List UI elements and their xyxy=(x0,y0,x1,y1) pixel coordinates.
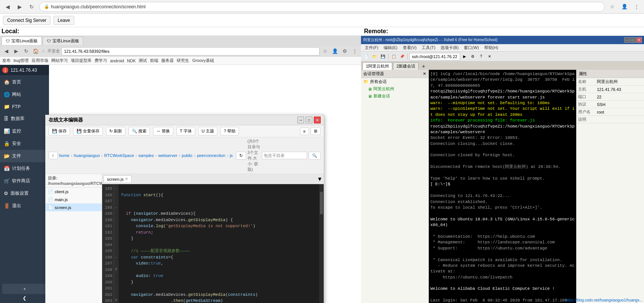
xshell-copy-btn[interactable]: 📋 xyxy=(390,53,398,60)
breadcrumb-public[interactable]: public xyxy=(182,153,193,158)
session-aliyun[interactable]: 🖥 阿里云杭州 xyxy=(361,85,428,92)
xshell-open-btn[interactable]: 📁 xyxy=(371,53,378,60)
menu-button[interactable]: ⋮ xyxy=(632,2,641,11)
baota-profile-btn[interactable]: 👤 xyxy=(331,47,339,55)
xshell-maximize-btn[interactable]: □ xyxy=(630,37,636,43)
code-collapse-btn[interactable]: ▾ xyxy=(316,174,324,184)
code-scrollbar[interactable] xyxy=(319,184,324,303)
reload-button[interactable]: ↻ xyxy=(27,2,36,11)
xshell-menu-file[interactable]: 文件(F) xyxy=(363,45,381,51)
xshell-close-btn[interactable]: ✕ xyxy=(636,37,642,43)
fm-minimize-btn[interactable]: ─ xyxy=(297,117,304,123)
fm-help-btn[interactable]: ? 帮助 xyxy=(220,127,239,135)
sessions-close-btn[interactable]: ✕ xyxy=(423,71,426,76)
leave-button[interactable]: Leave xyxy=(54,16,74,25)
fm-file-main[interactable]: 📄 main.js xyxy=(46,195,102,203)
sidebar-item-website[interactable]: 🌐网站 xyxy=(0,88,49,101)
sidebar-item-files[interactable]: 📂文件 xyxy=(0,150,49,162)
baota-more-btn[interactable]: ⋮ xyxy=(350,47,359,55)
sidebar-left-collapse[interactable]: ❮ xyxy=(2,295,47,301)
baota-tab-2[interactable]: 🛡 宝塔Linux面板 xyxy=(43,37,83,45)
xshell-menu-window[interactable]: 窗口(W) xyxy=(462,45,481,51)
add-button[interactable]: ＋ xyxy=(2,284,47,294)
bookmark-study[interactable]: 网站学习 xyxy=(51,58,68,63)
xshell-tab-2[interactable]: 2新建会话 xyxy=(393,62,419,70)
sidebar-item-security[interactable]: 🔒安全 xyxy=(0,137,49,150)
bottom-link[interactable]: https://blog.csdn.net/huangxiaoguo1/huan… xyxy=(565,298,642,302)
bookmark-app[interactable]: 应用市场 xyxy=(32,58,48,63)
xshell-menu-edit[interactable]: 编辑(E) xyxy=(381,45,400,51)
fm-save-btn[interactable]: 💾 保存 xyxy=(49,127,70,135)
profile-button[interactable]: 👤 xyxy=(620,2,629,11)
xshell-paste-btn[interactable]: 📌 xyxy=(398,53,406,60)
xshell-address-input[interactable]: ssh://root@121.41.76.22 xyxy=(409,53,460,60)
fm-refresh-dir-btn[interactable]: ↻ xyxy=(236,152,246,160)
xshell-menu-tabs[interactable]: 选项卡(B) xyxy=(438,45,461,51)
bookmark-research[interactable]: 研究生 xyxy=(177,58,189,63)
breadcrumb-peerconnection[interactable]: peerconnection xyxy=(197,153,225,158)
breadcrumb-user[interactable]: huangxiaoguo xyxy=(74,153,100,158)
baota-back-btn[interactable]: ◀ xyxy=(2,47,11,55)
fm-maximize-btn[interactable]: □ xyxy=(306,117,312,123)
sidebar-item-settings[interactable]: ⚙面板设置 xyxy=(0,187,49,200)
bookmark-bug[interactable]: bug管理 xyxy=(14,58,29,63)
session-all[interactable]: 📁 所有会话 xyxy=(361,78,428,85)
bookmark-frontend[interactable]: 前端 xyxy=(150,58,158,63)
bookmark-groovy[interactable]: Groovy基础 xyxy=(192,58,214,63)
bookmark-server[interactable]: 服务器 xyxy=(161,58,174,63)
session-new[interactable]: 🖥 新建会话 xyxy=(361,92,428,100)
xshell-add-tab-btn[interactable]: ＋ xyxy=(419,63,428,70)
breadcrumb-samples[interactable]: samples xyxy=(138,153,154,158)
bookmark-button[interactable]: ☆ xyxy=(608,2,617,11)
baota-forward-btn[interactable]: ▶ xyxy=(12,47,20,55)
xshell-settings-btn[interactable]: ⚙ xyxy=(469,53,477,60)
bookmark-publish[interactable]: 发布 xyxy=(2,58,11,63)
fm-replace-btn[interactable]: ↔ 替换 xyxy=(153,127,173,135)
fm-close-btn[interactable]: ✕ xyxy=(314,117,321,123)
xshell-minimize-btn[interactable]: ─ xyxy=(624,37,630,43)
fm-file-client[interactable]: 📄 client.js xyxy=(46,188,102,195)
xshell-close-session-btn[interactable]: ✕ xyxy=(486,53,493,60)
fm-save-all-btn[interactable]: 💾 全量保存 xyxy=(73,127,103,135)
fm-search-btn[interactable]: 🔍 搜索 xyxy=(128,127,150,135)
fm-file-screen[interactable]: 📄 screen.js xyxy=(46,203,102,211)
connect-sig-button[interactable]: Connect Sig Server xyxy=(3,16,50,25)
sidebar-item-logout[interactable]: 🚪退出 xyxy=(0,200,49,212)
xshell-terminal[interactable]: [0] isCg /usr/local/bin/node /home/huang… xyxy=(429,70,576,303)
fm-search-go-btn[interactable]: 🔍 xyxy=(309,152,321,160)
xshell-menu-help[interactable]: 帮助(H) xyxy=(482,45,500,51)
back-button[interactable]: ◀ xyxy=(3,2,12,11)
sidebar-item-database[interactable]: 🗄数据库 xyxy=(0,112,49,125)
sidebar-item-tasks[interactable]: 📅计划任务 xyxy=(0,162,49,175)
fm-refresh-btn[interactable]: ↻ 刷新 xyxy=(106,127,125,135)
xshell-menu-tools[interactable]: 工具(T) xyxy=(419,45,437,51)
baota-tab-1[interactable]: 🛡 宝塔Linux面板 xyxy=(2,37,42,45)
baota-star-btn[interactable]: ☆ xyxy=(321,47,329,55)
bookmark-android[interactable]: android xyxy=(110,58,124,63)
xshell-help-btn[interactable]: ? xyxy=(477,53,485,60)
sidebar-item-home[interactable]: 🏠首页 xyxy=(0,76,49,88)
baota-home-btn[interactable]: 🏠 xyxy=(32,47,40,55)
sidebar-item-ftp[interactable]: 📁FTP xyxy=(0,101,49,112)
xshell-tab-1[interactable]: 1阿里云杭州 xyxy=(363,62,392,70)
bookmark-ndk[interactable]: NDK xyxy=(127,58,136,63)
breadcrumb-webserver[interactable]: webserver xyxy=(158,153,177,158)
fm-view-list-btn[interactable]: ≡ xyxy=(300,128,309,135)
xshell-new-btn[interactable]: 📄 xyxy=(363,53,370,60)
breadcrumb-js[interactable]: js xyxy=(230,153,233,158)
xshell-save-btn[interactable]: 💾 xyxy=(379,53,387,60)
breadcrumb-rtc[interactable]: RTCWorkSpace xyxy=(104,153,134,158)
bookmark-test[interactable]: 测试 xyxy=(139,58,147,63)
fm-theme-btn[interactable]: U 主题 xyxy=(198,127,217,135)
fm-search-input[interactable] xyxy=(262,152,307,159)
bookmark-fee[interactable]: 费学习 xyxy=(95,58,107,63)
bookmark-project[interactable]: 项目提型库 xyxy=(71,58,92,63)
xshell-menu-view[interactable]: 查看(V) xyxy=(401,45,419,51)
baota-reload-btn[interactable]: ↻ xyxy=(22,47,30,55)
sidebar-item-monitor[interactable]: 📊监控 xyxy=(0,125,49,137)
baota-settings-btn[interactable]: ⚙ xyxy=(341,47,349,55)
breadcrumb-home[interactable]: home xyxy=(59,153,70,158)
code-text-area[interactable]: function start(){ if (navigator.mediaDev… xyxy=(119,184,319,303)
sidebar-item-store[interactable]: 🛒软件商店 xyxy=(0,175,49,187)
forward-button[interactable]: ▶ xyxy=(15,2,24,11)
